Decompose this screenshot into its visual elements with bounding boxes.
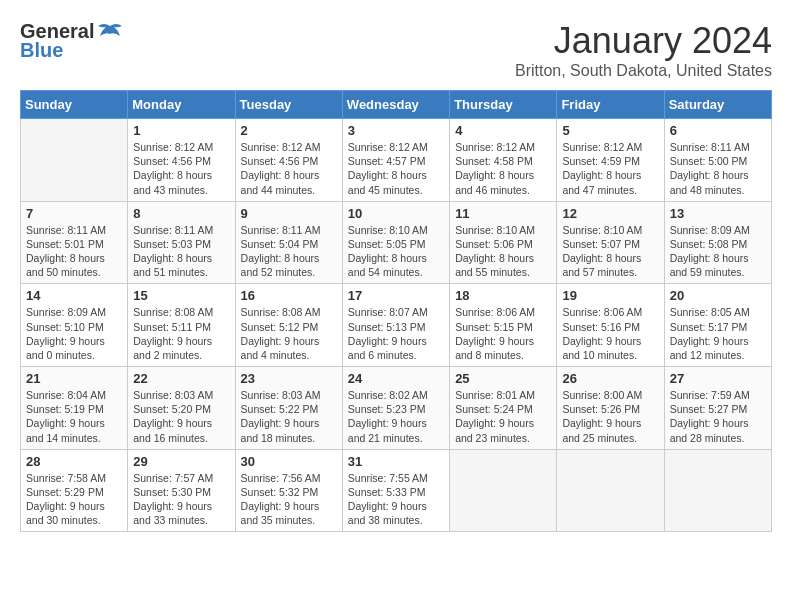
- day-info: Sunrise: 8:12 AMSunset: 4:58 PMDaylight:…: [455, 140, 551, 197]
- day-number: 27: [670, 371, 766, 386]
- calendar-header-row: SundayMondayTuesdayWednesdayThursdayFrid…: [21, 91, 772, 119]
- calendar-cell: [557, 449, 664, 532]
- calendar-cell: 18Sunrise: 8:06 AMSunset: 5:15 PMDayligh…: [450, 284, 557, 367]
- day-info: Sunrise: 7:58 AMSunset: 5:29 PMDaylight:…: [26, 471, 122, 528]
- day-number: 20: [670, 288, 766, 303]
- header: General Blue January 2024 Britton, South…: [20, 20, 772, 80]
- day-info: Sunrise: 8:12 AMSunset: 4:57 PMDaylight:…: [348, 140, 444, 197]
- logo: General Blue: [20, 20, 124, 62]
- day-info: Sunrise: 8:08 AMSunset: 5:11 PMDaylight:…: [133, 305, 229, 362]
- day-number: 3: [348, 123, 444, 138]
- calendar-cell: 19Sunrise: 8:06 AMSunset: 5:16 PMDayligh…: [557, 284, 664, 367]
- calendar-cell: 15Sunrise: 8:08 AMSunset: 5:11 PMDayligh…: [128, 284, 235, 367]
- day-number: 14: [26, 288, 122, 303]
- day-number: 12: [562, 206, 658, 221]
- day-number: 18: [455, 288, 551, 303]
- day-info: Sunrise: 8:09 AMSunset: 5:10 PMDaylight:…: [26, 305, 122, 362]
- day-info: Sunrise: 8:10 AMSunset: 5:07 PMDaylight:…: [562, 223, 658, 280]
- calendar-cell: 10Sunrise: 8:10 AMSunset: 5:05 PMDayligh…: [342, 201, 449, 284]
- day-number: 31: [348, 454, 444, 469]
- day-info: Sunrise: 8:08 AMSunset: 5:12 PMDaylight:…: [241, 305, 337, 362]
- day-number: 29: [133, 454, 229, 469]
- calendar-cell: 22Sunrise: 8:03 AMSunset: 5:20 PMDayligh…: [128, 367, 235, 450]
- day-info: Sunrise: 7:56 AMSunset: 5:32 PMDaylight:…: [241, 471, 337, 528]
- location-title: Britton, South Dakota, United States: [515, 62, 772, 80]
- calendar-cell: 7Sunrise: 8:11 AMSunset: 5:01 PMDaylight…: [21, 201, 128, 284]
- logo-bird-icon: [96, 22, 124, 42]
- day-number: 19: [562, 288, 658, 303]
- day-info: Sunrise: 8:12 AMSunset: 4:59 PMDaylight:…: [562, 140, 658, 197]
- day-info: Sunrise: 8:06 AMSunset: 5:16 PMDaylight:…: [562, 305, 658, 362]
- calendar-cell: 23Sunrise: 8:03 AMSunset: 5:22 PMDayligh…: [235, 367, 342, 450]
- day-info: Sunrise: 8:03 AMSunset: 5:22 PMDaylight:…: [241, 388, 337, 445]
- header-saturday: Saturday: [664, 91, 771, 119]
- calendar-cell: [450, 449, 557, 532]
- calendar-cell: 11Sunrise: 8:10 AMSunset: 5:06 PMDayligh…: [450, 201, 557, 284]
- calendar-cell: 14Sunrise: 8:09 AMSunset: 5:10 PMDayligh…: [21, 284, 128, 367]
- day-info: Sunrise: 7:59 AMSunset: 5:27 PMDaylight:…: [670, 388, 766, 445]
- week-row-3: 14Sunrise: 8:09 AMSunset: 5:10 PMDayligh…: [21, 284, 772, 367]
- day-number: 7: [26, 206, 122, 221]
- week-row-1: 1Sunrise: 8:12 AMSunset: 4:56 PMDaylight…: [21, 119, 772, 202]
- day-info: Sunrise: 8:11 AMSunset: 5:00 PMDaylight:…: [670, 140, 766, 197]
- day-info: Sunrise: 8:09 AMSunset: 5:08 PMDaylight:…: [670, 223, 766, 280]
- calendar-cell: 27Sunrise: 7:59 AMSunset: 5:27 PMDayligh…: [664, 367, 771, 450]
- calendar-cell: 16Sunrise: 8:08 AMSunset: 5:12 PMDayligh…: [235, 284, 342, 367]
- day-info: Sunrise: 7:57 AMSunset: 5:30 PMDaylight:…: [133, 471, 229, 528]
- calendar-cell: 26Sunrise: 8:00 AMSunset: 5:26 PMDayligh…: [557, 367, 664, 450]
- day-info: Sunrise: 8:04 AMSunset: 5:19 PMDaylight:…: [26, 388, 122, 445]
- calendar-cell: 9Sunrise: 8:11 AMSunset: 5:04 PMDaylight…: [235, 201, 342, 284]
- day-number: 30: [241, 454, 337, 469]
- month-title: January 2024: [515, 20, 772, 62]
- header-friday: Friday: [557, 91, 664, 119]
- calendar-cell: 13Sunrise: 8:09 AMSunset: 5:08 PMDayligh…: [664, 201, 771, 284]
- calendar-cell: 12Sunrise: 8:10 AMSunset: 5:07 PMDayligh…: [557, 201, 664, 284]
- day-info: Sunrise: 8:10 AMSunset: 5:06 PMDaylight:…: [455, 223, 551, 280]
- week-row-5: 28Sunrise: 7:58 AMSunset: 5:29 PMDayligh…: [21, 449, 772, 532]
- calendar-cell: 28Sunrise: 7:58 AMSunset: 5:29 PMDayligh…: [21, 449, 128, 532]
- day-number: 10: [348, 206, 444, 221]
- day-number: 5: [562, 123, 658, 138]
- header-sunday: Sunday: [21, 91, 128, 119]
- day-number: 15: [133, 288, 229, 303]
- calendar-cell: [664, 449, 771, 532]
- title-block: January 2024 Britton, South Dakota, Unit…: [515, 20, 772, 80]
- calendar-cell: [21, 119, 128, 202]
- day-info: Sunrise: 8:11 AMSunset: 5:01 PMDaylight:…: [26, 223, 122, 280]
- day-number: 26: [562, 371, 658, 386]
- day-info: Sunrise: 8:02 AMSunset: 5:23 PMDaylight:…: [348, 388, 444, 445]
- calendar-cell: 31Sunrise: 7:55 AMSunset: 5:33 PMDayligh…: [342, 449, 449, 532]
- header-thursday: Thursday: [450, 91, 557, 119]
- calendar-cell: 1Sunrise: 8:12 AMSunset: 4:56 PMDaylight…: [128, 119, 235, 202]
- day-info: Sunrise: 8:01 AMSunset: 5:24 PMDaylight:…: [455, 388, 551, 445]
- day-number: 6: [670, 123, 766, 138]
- calendar-cell: 17Sunrise: 8:07 AMSunset: 5:13 PMDayligh…: [342, 284, 449, 367]
- calendar-cell: 21Sunrise: 8:04 AMSunset: 5:19 PMDayligh…: [21, 367, 128, 450]
- day-info: Sunrise: 8:10 AMSunset: 5:05 PMDaylight:…: [348, 223, 444, 280]
- header-tuesday: Tuesday: [235, 91, 342, 119]
- calendar-cell: 2Sunrise: 8:12 AMSunset: 4:56 PMDaylight…: [235, 119, 342, 202]
- calendar-cell: 29Sunrise: 7:57 AMSunset: 5:30 PMDayligh…: [128, 449, 235, 532]
- day-number: 16: [241, 288, 337, 303]
- calendar-cell: 4Sunrise: 8:12 AMSunset: 4:58 PMDaylight…: [450, 119, 557, 202]
- logo-blue: Blue: [20, 39, 63, 62]
- day-number: 21: [26, 371, 122, 386]
- day-info: Sunrise: 8:11 AMSunset: 5:04 PMDaylight:…: [241, 223, 337, 280]
- day-info: Sunrise: 8:00 AMSunset: 5:26 PMDaylight:…: [562, 388, 658, 445]
- calendar-cell: 20Sunrise: 8:05 AMSunset: 5:17 PMDayligh…: [664, 284, 771, 367]
- day-info: Sunrise: 8:11 AMSunset: 5:03 PMDaylight:…: [133, 223, 229, 280]
- calendar-cell: 24Sunrise: 8:02 AMSunset: 5:23 PMDayligh…: [342, 367, 449, 450]
- day-number: 4: [455, 123, 551, 138]
- day-number: 8: [133, 206, 229, 221]
- day-number: 2: [241, 123, 337, 138]
- calendar-cell: 5Sunrise: 8:12 AMSunset: 4:59 PMDaylight…: [557, 119, 664, 202]
- day-number: 25: [455, 371, 551, 386]
- day-number: 1: [133, 123, 229, 138]
- calendar-cell: 3Sunrise: 8:12 AMSunset: 4:57 PMDaylight…: [342, 119, 449, 202]
- week-row-4: 21Sunrise: 8:04 AMSunset: 5:19 PMDayligh…: [21, 367, 772, 450]
- day-number: 13: [670, 206, 766, 221]
- day-number: 28: [26, 454, 122, 469]
- week-row-2: 7Sunrise: 8:11 AMSunset: 5:01 PMDaylight…: [21, 201, 772, 284]
- header-monday: Monday: [128, 91, 235, 119]
- day-info: Sunrise: 8:12 AMSunset: 4:56 PMDaylight:…: [133, 140, 229, 197]
